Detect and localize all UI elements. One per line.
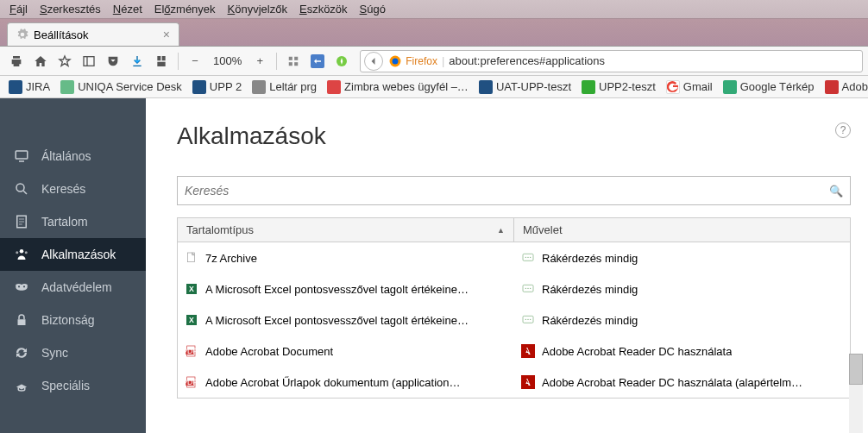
firefox-icon [389,55,401,67]
menu-nézet[interactable]: Nézet [107,1,148,17]
bookmark-favicon [479,80,493,94]
search-icon[interactable]: 🔍 [829,185,843,198]
table-row[interactable]: PDFAdobe Acrobat DocumentAdobe Acrobat R… [178,336,850,367]
svg-rect-0 [84,56,94,66]
table-row[interactable]: PDFAdobe Acrobat Űrlapok dokumentum (app… [178,367,850,398]
search-icon [14,181,29,197]
sidebar-item-label: Keresés [41,182,85,196]
tab-settings[interactable]: Beállítások × [7,22,179,46]
svg-rect-23 [18,319,26,325]
scrollbar-thumb[interactable] [849,354,863,385]
sidebar-item-label: Sync [41,346,68,360]
table-row[interactable]: XA Microsoft Excel pontosvesszővel tagol… [178,273,850,304]
bookmark-favicon [666,80,680,94]
bookmark-favicon [825,80,839,94]
app-search-input[interactable] [185,184,829,198]
bookmark-item[interactable]: Google Térkép [718,78,820,96]
svg-point-9 [393,58,399,64]
adobe-icon [521,375,535,389]
separator [178,53,179,70]
sidebar-item-biztonság[interactable]: Biztonság [0,304,146,336]
home-button[interactable] [29,50,52,72]
sidebar-item-speciális[interactable]: Speciális [0,369,146,402]
bookmark-item[interactable]: UNIQA Service Desk [55,78,187,96]
url-input[interactable] [449,54,859,67]
apps-icon [14,247,29,262]
sync-icon [14,345,29,361]
grid-button[interactable] [282,50,305,72]
svg-line-13 [23,191,27,194]
bookmark-item[interactable]: Zimbra webes ügyfél –… [322,78,474,96]
pocket-button[interactable] [102,50,124,72]
sidebar-item-sync[interactable]: Sync [0,336,146,369]
bookmark-item[interactable]: Gmail [661,78,718,96]
menu-súgó[interactable]: Súgó [354,1,392,17]
bookmark-favicon [9,80,22,94]
bookmark-favicon [192,80,206,94]
tab-strip: Beállítások × [0,19,868,47]
bookmark-item[interactable]: UPP2-teszt [576,78,661,96]
svg-point-33 [527,288,528,289]
table-row[interactable]: 7z ArchiveRákérdezés mindig [178,242,850,273]
svg-point-18 [20,249,24,254]
sidebar-item-keresés[interactable]: Keresés [0,173,146,205]
svg-point-40 [530,319,531,320]
app-search-box[interactable]: 🔍 [177,176,851,205]
ask-icon [521,282,535,296]
url-bar[interactable]: Firefox | [360,50,863,72]
print-button[interactable] [5,50,28,72]
hat-icon [14,378,29,393]
bookmark-item[interactable]: UAT-UPP-teszt [474,78,576,96]
addon2-button[interactable] [330,50,353,72]
bookmark-favicon [252,80,266,94]
download-button[interactable] [126,50,148,72]
menu-könyvjelzők[interactable]: Könyvjelzők [222,1,293,17]
col-content-type[interactable]: Tartalomtípus▲ [178,218,514,242]
svg-rect-3 [294,56,298,60]
zoom-in-button[interactable]: + [248,50,271,72]
bookmark-item[interactable]: Adobe Connect Login [820,78,868,96]
svg-point-27 [527,257,528,258]
close-tab-icon[interactable]: × [163,28,170,41]
bookmark-item[interactable]: UPP 2 [187,78,247,96]
sidebar-item-label: Tartalom [41,215,88,229]
svg-text:PDF: PDF [185,378,198,386]
adobe-icon [521,344,535,358]
svg-point-12 [16,184,24,191]
sidebar-button[interactable] [78,50,100,72]
back-button[interactable] [364,52,383,71]
file-icon [185,251,198,265]
zoom-out-button[interactable]: − [184,50,206,72]
sidebar-item-általános[interactable]: Általános [0,140,146,173]
doc-icon [14,214,29,229]
menu-fájl[interactable]: Fájl [3,1,34,17]
menu-eszközök[interactable]: Eszközök [293,1,354,17]
pdf-icon: PDF [185,344,198,358]
bookmark-star-button[interactable] [53,50,76,72]
col-action[interactable]: Művelet [514,218,850,242]
menu-előzmények[interactable]: Előzmények [148,1,222,17]
table-row[interactable]: XA Microsoft Excel pontosvesszővel tagol… [178,304,850,336]
bookmark-item[interactable]: JIRA [3,78,55,96]
sidebar-item-tartalom[interactable]: Tartalom [0,205,146,238]
excel-icon: X [185,282,198,296]
bookmark-favicon [60,80,74,94]
bookmark-item[interactable]: Leltár prg [247,78,322,96]
help-button[interactable]: ? [835,122,851,138]
bookmark-favicon [723,80,737,94]
svg-rect-5 [294,62,298,66]
svg-rect-4 [289,62,292,66]
nav-toolbar: − 100% + Firefox | [0,47,868,76]
sidebar-item-alkalmazások[interactable]: Alkalmazások [0,238,146,271]
menu-szerkesztés[interactable]: Szerkesztés [34,1,107,17]
devtools-button[interactable] [150,50,173,72]
svg-point-26 [525,257,526,258]
scrollbar[interactable] [849,354,863,433]
ask-icon [521,313,535,327]
sidebar-item-adatvédelem[interactable]: Adatvédelem [0,271,146,304]
svg-point-28 [530,257,531,258]
sort-asc-icon: ▲ [497,226,505,235]
svg-point-34 [530,288,531,289]
addon1-button[interactable] [306,50,329,72]
svg-rect-44 [521,344,535,358]
